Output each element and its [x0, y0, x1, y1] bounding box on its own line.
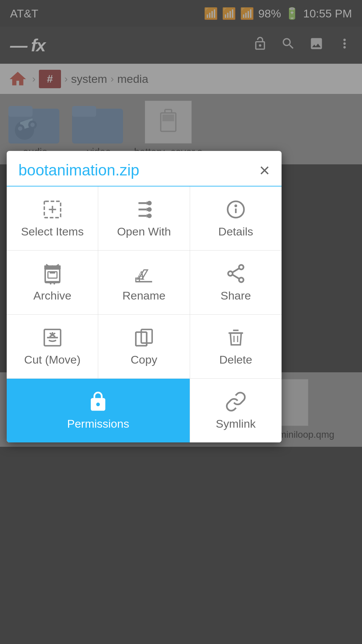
- svg-line-45: [233, 275, 239, 279]
- cut-move-label: Cut (Move): [24, 353, 80, 366]
- details-button[interactable]: Details: [190, 186, 282, 251]
- copy-button[interactable]: Copy: [98, 315, 190, 379]
- archive-label: Archive: [33, 289, 71, 302]
- svg-text:A: A: [136, 268, 145, 282]
- svg-point-42: [228, 271, 233, 276]
- share-button[interactable]: Share: [190, 251, 282, 315]
- dialog-grid: Select Items Open With: [7, 186, 282, 379]
- permissions-label: Permissions: [67, 417, 129, 430]
- context-menu-dialog: bootanimation.zip × Select Items: [7, 151, 282, 442]
- svg-point-43: [239, 278, 244, 282]
- close-button[interactable]: ×: [259, 161, 270, 179]
- delete-button[interactable]: Delete: [190, 315, 282, 379]
- rename-label: Rename: [122, 289, 166, 302]
- select-items-label: Select Items: [21, 225, 84, 238]
- svg-rect-34: [45, 269, 59, 283]
- dialog-bottom-row: Permissions Symlink: [7, 379, 282, 442]
- svg-rect-30: [45, 269, 59, 282]
- dialog-header: bootanimation.zip ×: [7, 151, 282, 186]
- open-with-button[interactable]: Open With: [98, 186, 190, 251]
- delete-label: Delete: [219, 353, 252, 366]
- svg-point-41: [239, 265, 244, 270]
- dialog-title: bootanimation.zip: [18, 161, 139, 179]
- select-items-button[interactable]: Select Items: [7, 186, 98, 251]
- symlink-label: Symlink: [216, 417, 256, 430]
- open-with-label: Open With: [117, 225, 171, 238]
- details-label: Details: [218, 225, 253, 238]
- share-label: Share: [221, 289, 251, 302]
- symlink-button[interactable]: Symlink: [190, 379, 282, 442]
- archive-button[interactable]: Archive: [7, 251, 98, 315]
- svg-line-44: [233, 268, 239, 272]
- rename-button[interactable]: A Rename: [98, 251, 190, 315]
- copy-label: Copy: [131, 353, 157, 366]
- cut-move-button[interactable]: Cut (Move): [7, 315, 98, 379]
- permissions-button[interactable]: Permissions: [7, 379, 190, 442]
